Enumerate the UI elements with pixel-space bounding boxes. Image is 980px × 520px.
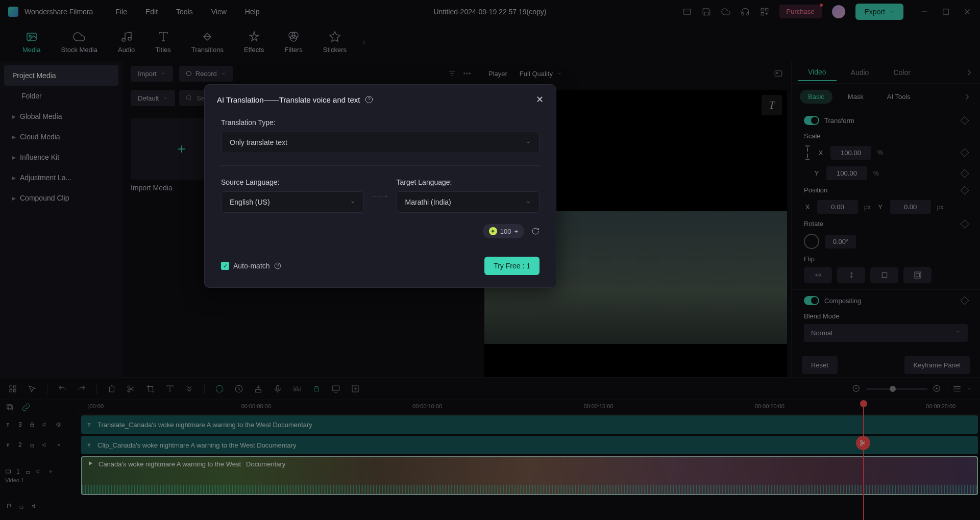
sidebar-adjustment[interactable]: ▸Adjustment La... bbox=[4, 167, 118, 188]
mute-icon[interactable] bbox=[42, 422, 48, 428]
rotate-wheel[interactable] bbox=[804, 234, 819, 249]
cloud-icon[interactable] bbox=[721, 7, 730, 16]
save-icon[interactable] bbox=[702, 7, 711, 16]
import-button[interactable]: Import bbox=[131, 66, 173, 82]
select-tool-icon[interactable] bbox=[8, 384, 17, 393]
lock-icon[interactable] bbox=[18, 503, 24, 509]
tab-video[interactable]: Video bbox=[798, 64, 837, 81]
minimize-icon[interactable] bbox=[920, 7, 929, 16]
blend-select[interactable]: Normal bbox=[804, 324, 968, 342]
reset-button[interactable]: Reset bbox=[802, 356, 838, 374]
purchase-button[interactable]: Purchase bbox=[779, 5, 822, 18]
lock-icon[interactable] bbox=[29, 422, 35, 428]
chevron-down-icon[interactable] bbox=[967, 386, 972, 391]
export-frame-icon[interactable] bbox=[351, 384, 360, 393]
more-tools-icon[interactable] bbox=[185, 384, 194, 393]
lock-icon[interactable] bbox=[29, 442, 35, 448]
eye-icon[interactable] bbox=[56, 422, 62, 428]
ribbon-transitions[interactable]: Transitions bbox=[181, 31, 234, 54]
layout-icon[interactable] bbox=[682, 7, 692, 16]
delete-icon[interactable] bbox=[107, 384, 116, 393]
ribbon-next[interactable] bbox=[357, 35, 371, 49]
subtab-mask[interactable]: Mask bbox=[840, 90, 872, 104]
help-icon[interactable] bbox=[274, 262, 281, 269]
translation-type-select[interactable]: Only translate text bbox=[221, 132, 540, 153]
menu-file[interactable]: File bbox=[115, 8, 127, 16]
redo-icon[interactable] bbox=[77, 384, 86, 393]
flip-h-button[interactable] bbox=[804, 267, 832, 283]
ribbon-stock[interactable]: Stock Media bbox=[51, 31, 108, 54]
refresh-icon[interactable] bbox=[531, 227, 540, 235]
keyframe-diamond-icon[interactable] bbox=[961, 169, 969, 178]
sidebar-folder[interactable]: Folder bbox=[4, 86, 118, 106]
help-icon[interactable] bbox=[365, 95, 373, 104]
mute-icon[interactable] bbox=[42, 442, 48, 448]
more-icon[interactable] bbox=[462, 69, 472, 78]
export-button[interactable]: Export bbox=[855, 4, 903, 20]
lock-link-icon[interactable] bbox=[804, 145, 811, 160]
chevron-right-icon[interactable] bbox=[963, 92, 972, 102]
record-screen-icon[interactable] bbox=[331, 384, 340, 393]
rotate-input[interactable]: 0.00° bbox=[825, 235, 856, 249]
close-icon[interactable] bbox=[963, 7, 972, 16]
timeline-clip-t3[interactable]: TTranslate_Canada's woke nightmare A war… bbox=[81, 415, 978, 434]
keyframe-diamond-icon[interactable] bbox=[961, 116, 969, 125]
scale-x-input[interactable]: 100.00 bbox=[830, 146, 871, 160]
pos-y-input[interactable]: 0.00 bbox=[890, 200, 931, 214]
menu-tools[interactable]: Tools bbox=[176, 8, 193, 16]
crop-icon[interactable] bbox=[146, 384, 155, 393]
link-icon[interactable] bbox=[21, 403, 31, 412]
marker-icon[interactable] bbox=[254, 384, 263, 393]
cut-marker[interactable] bbox=[856, 436, 870, 450]
sidebar-project-media[interactable]: Project Media bbox=[4, 65, 118, 86]
timeline-clip-t2[interactable]: TClip_Canada's woke nightmare A warning … bbox=[81, 436, 978, 454]
ribbon-titles[interactable]: Titles bbox=[145, 31, 181, 54]
tab-audio[interactable]: Audio bbox=[841, 64, 879, 81]
compositing-toggle[interactable] bbox=[804, 296, 819, 305]
ribbon-stickers[interactable]: Stickers bbox=[313, 31, 357, 54]
text-tool-icon[interactable] bbox=[165, 384, 175, 393]
ribbon-filters[interactable]: Filters bbox=[274, 31, 312, 54]
mute-icon[interactable] bbox=[36, 468, 42, 475]
user-avatar[interactable] bbox=[832, 5, 845, 18]
auto-match-checkbox[interactable]: ✓ bbox=[221, 262, 229, 270]
subtab-ai[interactable]: AI Tools bbox=[879, 90, 919, 104]
ribbon-media[interactable]: Media bbox=[12, 31, 51, 54]
menu-view[interactable]: View bbox=[211, 8, 227, 16]
target-lang-select[interactable]: Marathi (India) bbox=[397, 191, 540, 213]
voice-icon[interactable] bbox=[273, 384, 282, 393]
sidebar-cloud-media[interactable]: ▸Cloud Media bbox=[4, 127, 118, 147]
speed-icon[interactable] bbox=[234, 384, 243, 393]
sidebar-influence-kit[interactable]: ▸Influence Kit bbox=[4, 147, 118, 167]
playhead[interactable] bbox=[863, 400, 864, 520]
undo-icon[interactable] bbox=[58, 384, 67, 393]
pos-x-input[interactable]: 0.00 bbox=[817, 200, 858, 214]
menu-edit[interactable]: Edit bbox=[145, 8, 158, 16]
mute-icon[interactable] bbox=[32, 503, 38, 509]
keyframe-tool-icon[interactable] bbox=[312, 384, 321, 393]
eye-icon[interactable] bbox=[47, 468, 54, 475]
keyframe-panel-button[interactable]: Keyframe Panel bbox=[904, 356, 970, 374]
cursor-icon[interactable] bbox=[28, 384, 37, 393]
sidebar-compound[interactable]: ▸Compound Clip bbox=[4, 188, 118, 208]
try-free-button[interactable]: Try Free : 1 bbox=[484, 257, 540, 275]
timeline-clip-video[interactable]: Canada's woke nightmare A warning to the… bbox=[81, 456, 978, 495]
apps-icon[interactable] bbox=[760, 7, 769, 16]
sidebar-global-media[interactable]: ▸Global Media bbox=[4, 106, 118, 127]
modal-close-button[interactable]: ✕ bbox=[536, 94, 544, 105]
keyframe-diamond-icon[interactable] bbox=[961, 148, 969, 157]
zoom-out-icon[interactable] bbox=[852, 384, 861, 393]
chevron-right-icon[interactable] bbox=[965, 68, 974, 77]
split-icon[interactable] bbox=[127, 384, 136, 393]
ruler[interactable]: |00:00 00:00:05:00 00:00:10:00 00:00:15:… bbox=[79, 400, 980, 414]
maximize-icon[interactable] bbox=[941, 7, 950, 16]
menu-help[interactable]: Help bbox=[245, 8, 260, 16]
ribbon-audio[interactable]: Audio bbox=[108, 31, 145, 54]
keyframe-diamond-icon[interactable] bbox=[961, 219, 969, 228]
timeline-tracks[interactable]: |00:00 00:00:05:00 00:00:10:00 00:00:15:… bbox=[79, 400, 980, 520]
record-button[interactable]: Record bbox=[179, 66, 233, 82]
fill-button[interactable] bbox=[903, 267, 932, 283]
copy-tracks-icon[interactable] bbox=[5, 403, 14, 412]
zoom-in-icon[interactable] bbox=[933, 384, 942, 393]
source-lang-select[interactable]: English (US) bbox=[221, 191, 364, 213]
